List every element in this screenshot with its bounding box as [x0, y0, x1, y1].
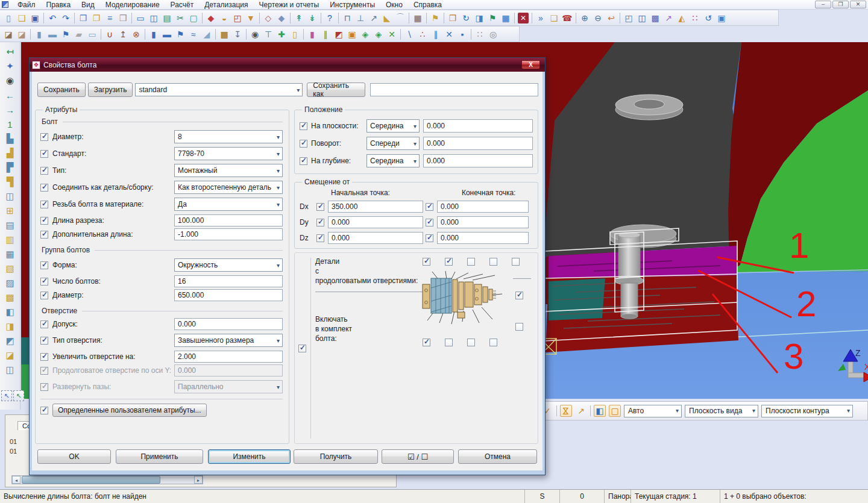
- menu-item[interactable]: Окно: [380, 0, 408, 10]
- checkbox[interactable]: [40, 167, 48, 175]
- checkbox[interactable]: [40, 292, 48, 299]
- dy-start-input[interactable]: 0.000: [328, 216, 423, 228]
- format-icon[interactable]: ❒: [116, 11, 130, 24]
- hole-type-select[interactable]: Завышенного размера: [174, 334, 283, 347]
- rotate-icon[interactable]: ↻: [459, 11, 473, 24]
- calendar-icon[interactable]: ▦: [499, 11, 512, 24]
- dz-end-input[interactable]: 0.000: [437, 232, 529, 244]
- connection-icon[interactable]: ◪: [3, 348, 17, 363]
- snap-plane-icon[interactable]: ◧: [594, 405, 606, 417]
- select-area-icon[interactable]: ↖: [13, 390, 24, 401]
- parallel-icon[interactable]: ∥: [429, 28, 442, 40]
- snapshot-icon[interactable]: ▣: [715, 11, 728, 24]
- view-props-icon[interactable]: ◒: [218, 11, 231, 24]
- diameter-select[interactable]: 8: [174, 130, 283, 143]
- zoom-out-icon[interactable]: ⊖: [591, 11, 605, 24]
- toolbar-icon[interactable]: [131, 13, 132, 23]
- at-depth-input[interactable]: 0.000: [423, 154, 533, 167]
- bolt-count-input[interactable]: 16: [174, 275, 283, 287]
- toolbar-icon[interactable]: [471, 29, 471, 40]
- new-view-icon[interactable]: ▭: [134, 11, 147, 24]
- rotation-select[interactable]: Спереди: [366, 137, 420, 150]
- phase-1-icon[interactable]: 1: [3, 117, 17, 131]
- circle0-icon[interactable]: ◎: [486, 28, 500, 40]
- chamfer-icon[interactable]: ◢: [200, 28, 213, 40]
- toolbar-icon[interactable]: [246, 29, 247, 40]
- bolt-icon[interactable]: ∪: [103, 28, 116, 40]
- slotted-part-checkbox[interactable]: [423, 258, 430, 266]
- view-list-icon[interactable]: ▤: [160, 11, 174, 24]
- fly-icon[interactable]: ↗: [662, 11, 675, 24]
- find-icon[interactable]: ◉: [248, 28, 262, 40]
- work-area-icon[interactable]: ◰: [231, 11, 244, 24]
- menu-item[interactable]: Чертежи и отчеты: [254, 0, 325, 10]
- slab-icon[interactable]: ▰: [72, 28, 86, 40]
- zoom-prev-icon[interactable]: ↩: [605, 11, 618, 24]
- bolt-type-select[interactable]: Монтажный: [174, 164, 283, 177]
- arrow-right-icon[interactable]: →: [3, 102, 17, 117]
- connection-icon[interactable]: ◩: [3, 334, 17, 348]
- forward-icon[interactable]: »: [534, 11, 547, 24]
- ortho-icon[interactable]: ◭: [675, 11, 688, 24]
- ok-button[interactable]: OK: [37, 449, 111, 464]
- include-set-checkbox[interactable]: [445, 339, 453, 346]
- save-as-button[interactable]: Сохранить как: [307, 83, 365, 97]
- weld-icon[interactable]: ⊗: [130, 28, 143, 40]
- triangle-icon[interactable]: ◣: [380, 11, 394, 24]
- tekla-brand-icon[interactable]: ✕: [518, 13, 529, 23]
- on-plane-select[interactable]: Середина: [366, 119, 420, 133]
- contact-icon[interactable]: ☎: [561, 11, 574, 24]
- copy-icon[interactable]: ❐: [77, 11, 90, 24]
- save-button[interactable]: Сохранить: [37, 83, 86, 97]
- component-star-icon[interactable]: ✦: [3, 59, 17, 73]
- standard-select[interactable]: 7798-70: [174, 147, 283, 160]
- at-depth-select[interactable]: Середина: [366, 154, 420, 167]
- checkbox[interactable]: [426, 203, 433, 211]
- cut-icon[interactable]: ✂: [174, 11, 187, 24]
- save-as-input[interactable]: [370, 83, 538, 96]
- checkbox[interactable]: [300, 122, 307, 130]
- get-button[interactable]: Получить: [294, 449, 378, 464]
- toolbar-icon[interactable]: [303, 29, 304, 40]
- connection-icon[interactable]: ▜: [3, 175, 17, 189]
- toggle-checkboxes-button[interactable]: ☑ / ☐: [382, 449, 454, 464]
- split-view-icon[interactable]: ◫: [147, 11, 160, 24]
- props-panel-icon[interactable]: ◨: [473, 11, 486, 24]
- checkbox[interactable]: [40, 353, 48, 361]
- include-set-checkbox[interactable]: [423, 339, 430, 346]
- menu-item[interactable]: Файл: [12, 0, 41, 10]
- contour-plane-select[interactable]: Плоскости контура: [761, 405, 853, 417]
- toolbar-icon[interactable]: [101, 29, 101, 40]
- toolbar-icon[interactable]: [400, 29, 401, 40]
- dialog-title-bar[interactable]: ❖ Свойства болта X: [30, 58, 545, 72]
- checkbox[interactable]: [40, 337, 48, 345]
- dz-start-input[interactable]: 0.000: [328, 232, 423, 244]
- windows-icon[interactable]: ◫: [635, 11, 649, 24]
- snap-points-icon[interactable]: ▢: [609, 405, 621, 417]
- apply-button[interactable]: Применить: [116, 449, 203, 464]
- menu-item[interactable]: Справка: [408, 0, 447, 10]
- checkbox[interactable]: [316, 203, 324, 211]
- component-icon[interactable]: ◆: [204, 11, 218, 24]
- check-icon[interactable]: ∷: [688, 11, 702, 24]
- connection-icon[interactable]: ⊞: [3, 204, 17, 218]
- shape-select[interactable]: Окружность: [174, 258, 283, 272]
- connection-icon[interactable]: ▙: [3, 131, 17, 146]
- pan-back-icon[interactable]: ↤: [3, 45, 17, 59]
- user-attributes-button[interactable]: Определенные пользователем атрибуты...: [52, 404, 207, 417]
- snap-mode-select[interactable]: Авто: [624, 405, 682, 417]
- toolbar-icon[interactable]: [338, 13, 339, 23]
- connection-icon[interactable]: ▛: [3, 160, 17, 175]
- stud-icon[interactable]: ▮: [306, 28, 319, 40]
- dx-start-input[interactable]: 350.000: [328, 201, 423, 213]
- dot-icon[interactable]: ▪: [456, 28, 469, 40]
- checkbox[interactable]: [316, 219, 324, 227]
- toolbar-icon[interactable]: [74, 13, 75, 23]
- points-icon[interactable]: ∴: [416, 28, 429, 40]
- spline-icon[interactable]: ≈: [187, 28, 200, 40]
- toolbar-icon[interactable]: [259, 13, 260, 23]
- connection-icon[interactable]: ▧: [3, 261, 17, 276]
- toolbar-icon[interactable]: [202, 13, 203, 23]
- redo-icon[interactable]: ↷: [59, 11, 72, 24]
- toolbar-icon[interactable]: [444, 13, 444, 23]
